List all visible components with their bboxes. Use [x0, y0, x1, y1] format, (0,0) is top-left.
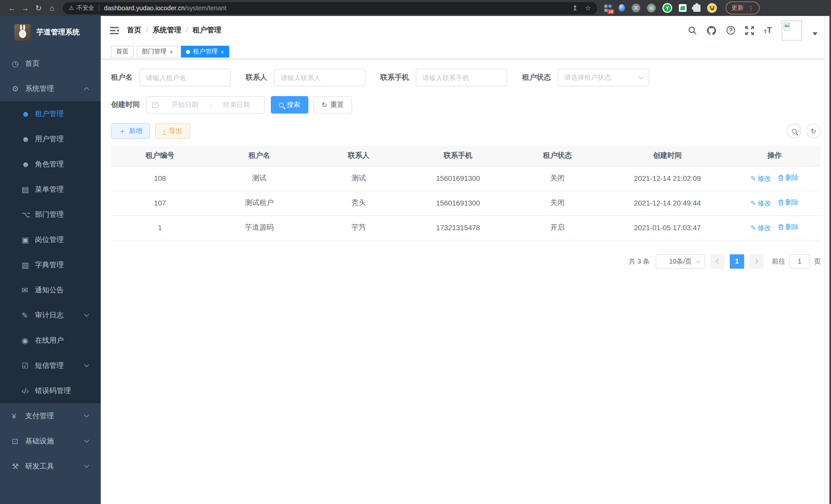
chevron-icon: [84, 463, 89, 468]
fullscreen-icon[interactable]: [745, 26, 754, 35]
delete-link[interactable]: 删除: [778, 198, 799, 207]
next-page-button[interactable]: [749, 254, 764, 268]
view-tab[interactable]: 部门管理 ×: [137, 46, 178, 58]
delete-link[interactable]: 删除: [778, 173, 799, 183]
delete-link[interactable]: 删除: [778, 223, 799, 232]
tenant-name-input[interactable]: [139, 69, 231, 86]
browser-home-icon[interactable]: ⌂: [45, 4, 59, 12]
sidebar-item-label: 角色管理: [35, 159, 64, 169]
table-row: 107 测试租户 秃头 15601691300 关闭 2021-12-14 20…: [111, 190, 821, 215]
header-search-icon[interactable]: [688, 26, 697, 35]
search-button[interactable]: 搜索: [271, 96, 308, 114]
sidebar-logo-row[interactable]: 芋道管理系统: [0, 16, 101, 49]
sidebar-item[interactable]: ▤ 菜单管理: [0, 177, 101, 202]
extension-chat-icon[interactable]: [679, 4, 687, 12]
view-tab[interactable]: 首页: [111, 46, 134, 58]
sidebar-item[interactable]: ◷ 首页: [0, 51, 101, 76]
font-size-icon[interactable]: TT: [764, 26, 772, 34]
add-button[interactable]: ＋ 新增: [111, 123, 150, 139]
extension-command-icon[interactable]: ⌘: [632, 4, 640, 12]
profile-avatar-icon[interactable]: [707, 3, 717, 13]
create-time-range-picker[interactable]: 开始日期 - 结束日期: [146, 96, 265, 114]
browser-back-icon[interactable]: ←: [5, 4, 19, 12]
sidebar-item[interactable]: ☻ 用户管理: [0, 126, 101, 152]
not-secure-label[interactable]: 不安全: [77, 4, 94, 12]
docs-help-icon[interactable]: [726, 26, 736, 35]
sidebar-fold-icon[interactable]: [110, 26, 119, 34]
github-icon[interactable]: [707, 26, 716, 35]
avatar-caret-icon[interactable]: [812, 32, 818, 35]
trash-icon: [778, 224, 784, 230]
tab-close-icon[interactable]: ×: [170, 49, 173, 55]
browser-update-button[interactable]: 更新 ⋮: [726, 2, 760, 14]
sidebar-item[interactable]: ☑ 短信管理: [0, 353, 101, 378]
tenant-name-label: 租户名: [111, 73, 133, 82]
cell-mobile: 17321315478: [407, 215, 508, 240]
extension-balloon-icon[interactable]: [619, 4, 625, 12]
extensions-puzzle-icon[interactable]: [693, 4, 700, 11]
address-bar[interactable]: ⚠ 不安全 dashboard.yudao.iocoder.cn/system/…: [63, 2, 597, 14]
reset-button[interactable]: ↻ 重置: [314, 96, 352, 114]
sidebar-item[interactable]: ⌥ 部门管理: [0, 202, 101, 227]
user-icon: ☻: [22, 135, 35, 143]
bookmark-star-icon[interactable]: ☆: [585, 4, 591, 12]
sidebar-item[interactable]: ✉ 通知公告: [0, 277, 101, 303]
tab-close-icon[interactable]: ×: [221, 49, 224, 55]
sidebar-item[interactable]: ⚙ 系统管理: [0, 76, 101, 101]
window-edge: [829, 16, 831, 504]
extension-y-icon[interactable]: Y: [662, 3, 672, 13]
extension-camera-icon[interactable]: [647, 4, 656, 12]
download-icon: ↓: [163, 128, 166, 135]
sidebar-item[interactable]: ✎ 审计日志: [0, 303, 101, 328]
goto-page-input[interactable]: [790, 254, 810, 268]
edit-link[interactable]: ✎修改: [751, 224, 771, 233]
edit-link[interactable]: ✎修改: [751, 199, 771, 208]
end-date-placeholder: 结束日期: [214, 100, 259, 110]
audit-log-icon: ✎: [22, 310, 35, 320]
contact-input[interactable]: [274, 69, 365, 86]
url-host[interactable]: dashboard.yudao.iocoder.cn: [104, 4, 185, 11]
share-icon[interactable]: ↥: [572, 4, 578, 12]
cell-tenant-id: 108: [111, 166, 209, 190]
page-size-select[interactable]: 10条/页: [656, 254, 705, 268]
status-select[interactable]: 请选择租户状态: [557, 69, 649, 86]
top-navbar: 首页/系统管理/租户管理 TT: [101, 16, 831, 45]
sidebar-item-label: 首页: [25, 59, 39, 68]
sidebar-item[interactable]: ☻ 角色管理: [0, 152, 101, 177]
refresh-table-button[interactable]: ↻: [806, 124, 821, 138]
toggle-search-button[interactable]: [787, 124, 801, 138]
tenant-table: 租户编号租户名联系人联系手机租户状态创建时间操作 108 测试 测试 15601…: [111, 146, 821, 240]
sidebar-item[interactable]: ⊡ 基础设施: [0, 428, 101, 454]
trash-icon: [778, 175, 784, 181]
sidebar-item[interactable]: ▥ 字典管理: [0, 252, 101, 277]
page-scrollbar[interactable]: [824, 16, 829, 504]
extension-blocks-icon[interactable]: 10: [604, 4, 612, 12]
user-avatar[interactable]: [782, 20, 802, 40]
view-tab[interactable]: 租户管理 ×: [181, 46, 229, 58]
refresh-icon: ↻: [811, 128, 816, 135]
sidebar-item[interactable]: ‹/› 错误码管理: [0, 378, 101, 403]
browser-reload-icon[interactable]: ↻: [32, 4, 45, 12]
breadcrumb-item[interactable]: 系统管理/: [153, 26, 193, 35]
infra-icon: ⊡: [12, 437, 25, 446]
browser-menu-kebab-icon[interactable]: ⋮: [748, 5, 754, 11]
create-time-label: 创建时间: [111, 100, 140, 110]
sidebar-item[interactable]: ▣ 岗位管理: [0, 227, 101, 252]
page-number-current[interactable]: 1: [730, 254, 744, 268]
export-button[interactable]: ↓ 导出: [155, 123, 190, 139]
sidebar: 芋道管理系统 ◷ 首页 ⚙ 系统管理 ☻ 租户管理 ☻ 用户管理: [0, 16, 101, 504]
sidebar-item[interactable]: ⚒ 研发工具: [0, 454, 101, 479]
prev-page-button[interactable]: [710, 254, 725, 268]
chevron-right-icon: [753, 259, 758, 264]
mobile-input[interactable]: [416, 69, 507, 86]
sidebar-item[interactable]: ◉ 在线用户: [0, 328, 101, 353]
sidebar-item-label: 在线用户: [35, 336, 64, 345]
breadcrumb-item[interactable]: 首页/: [127, 26, 153, 35]
browser-forward-icon[interactable]: →: [19, 4, 32, 12]
contact-label: 联系人: [246, 73, 267, 82]
table-row: 1 芋道源码 芋艿 17321315478 开启 2021-01-05 17:0…: [111, 215, 821, 240]
edit-link[interactable]: ✎修改: [751, 174, 771, 183]
sidebar-item[interactable]: ¥ 支付管理: [0, 403, 101, 428]
breadcrumb-item[interactable]: 租户管理: [193, 26, 231, 35]
sidebar-item[interactable]: ☻ 租户管理: [0, 101, 101, 126]
